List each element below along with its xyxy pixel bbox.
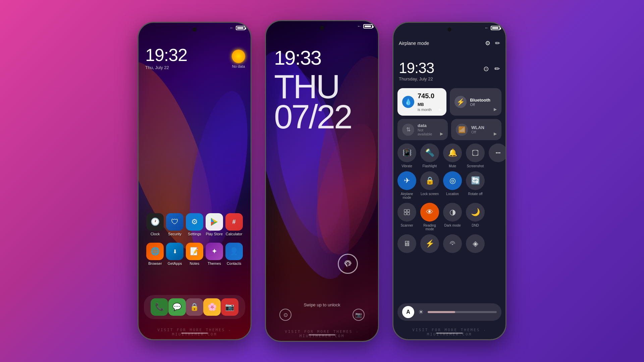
reading-circle: 👁 [420,203,439,222]
clock-time: 19:32 [145,46,187,64]
data-subtitle: Not available [418,128,437,136]
toggle-boost[interactable]: ⚡ [420,234,439,255]
lock-bottom-icons: ⊙ 📷 [266,309,378,321]
app-contacts[interactable]: 👤 Contacts [224,243,244,265]
brightness-track[interactable] [428,311,497,313]
toggle-location[interactable]: ◎ Location [443,171,462,199]
getapps-label: GetApps [168,261,182,265]
bt-tile-arrow: ▶ [494,107,497,112]
dock-gallery[interactable]: 🌸 [203,298,221,316]
dock-phone[interactable]: 📞 [151,298,168,316]
toggle-reading[interactable]: 👁 Reading mode [420,203,439,231]
toggle-extra[interactable]: ••• [489,143,506,168]
contacts-icon: 👤 [225,243,243,260]
calculator-icon: # [225,213,243,231]
swipe-hint-text: Swipe up to unlock [304,302,340,307]
lock-home-icon[interactable]: ⊙ [279,309,291,321]
toggle-scanner[interactable]: Scanner [397,203,416,231]
toggle-hotspot[interactable]: ◈ [466,234,485,255]
scanner-label: Scanner [400,224,413,227]
toggle-lockscreen[interactable]: 🔒 Lock screen [420,171,439,199]
app-row-1: 🕐 Clock 🛡 Security ⚙ Settings [145,213,244,236]
toggle-row-2: ✈ Airplane mode 🔒 Lock screen ◎ Location… [397,171,501,199]
toggle-nfc[interactable] [443,234,462,255]
control-time-value: 19:33 [399,60,434,76]
security-label: Security [168,232,181,236]
contacts-label: Contacts [227,261,241,265]
location-label: Location [446,192,459,196]
app-row-2: 🌐 Browser ⬇ GetApps 📝 Notes ✦ Themes 👤 C… [145,243,244,265]
flashlight-circle: 🔦 [420,143,439,162]
settings-header-icon[interactable]: ⚙ [485,40,490,47]
water-tile-text: 745.0 MB is month [418,92,435,112]
vibrate-label: Vibrate [401,164,412,168]
lock-day: THU [274,71,351,102]
app-playstore[interactable]: Play Store [204,213,224,236]
toggle-screenshot[interactable]: Screenshot [466,143,485,168]
bluetooth-tile[interactable]: ⚡ Bluetooth Off ▶ [450,88,501,116]
swipe-hint: Swipe up to unlock [266,302,378,307]
data-tile[interactable]: ⇅ data Not available ▶ [397,119,448,140]
control-top-right-icons: ⊙ ✏ [483,65,500,73]
cast-circle: 🖥 [397,234,416,253]
home-bar [181,333,208,334]
auto-brightness-btn[interactable]: A [402,306,414,318]
control-tiles: 💧 745.0 MB is month ▶ ⚡ Bluetooth Off ▶ [397,88,501,258]
home-bar-3 [436,333,463,334]
dock-messages[interactable]: 💬 [168,298,186,316]
toggle-vibrate[interactable]: 📳 Vibrate [397,143,416,168]
getapps-icon: ⬇ [166,243,183,260]
rotate-circle: 🔄 [466,171,485,190]
app-getapps[interactable]: ⬇ GetApps [165,243,185,265]
toggle-rotate[interactable]: 🔄 Rotate off [466,171,485,199]
battery-icon-3 [491,26,500,30]
calculator-label: Calculator [226,232,243,236]
edit-header-icon[interactable]: ✏ [495,40,500,47]
toggle-row-4: 🖥 ⚡ ◈ [397,234,501,255]
mute-circle: 🔔 [443,143,462,162]
dnd-circle: 🌙 [466,203,485,222]
scanner-circle [397,203,416,222]
edit-icon[interactable]: ✏ [494,65,500,73]
app-security[interactable]: 🛡 Security [165,213,185,236]
toggle-dnd[interactable]: 🌙 DND [466,203,485,231]
lockscreen-label: Lock screen [421,192,439,196]
battery-icon-2 [363,24,373,28]
data-tile-text: data Not available [418,123,437,136]
phone-1: ← 19:32 Thu, July 22 No data 🕐 Clock 🛡 S… [138,22,252,340]
tile-row-2: ⇅ data Not available ▶ 📶 WLAN Off ▶ [397,119,501,140]
lock-camera-icon[interactable]: 📷 [353,309,365,321]
app-themes[interactable]: ✦ Themes [204,243,224,265]
wlan-tile[interactable]: 📶 WLAN Off ▶ [451,119,501,140]
app-clock[interactable]: 🕐 Clock [145,213,165,236]
app-browser[interactable]: 🌐 Browser [145,243,165,265]
fingerprint-area[interactable] [338,254,358,274]
signal-icon-3: ← [485,25,489,30]
toggle-cast[interactable]: 🖥 [397,234,416,255]
toggle-mute[interactable]: 🔔 Mute [443,143,462,168]
toggle-airplane[interactable]: ✈ Airplane mode [397,171,416,199]
data-icon: ⇅ [402,124,414,136]
airplane-mode-label: Airplane mode [399,41,429,46]
dock-files[interactable]: 🔒 [186,298,203,316]
rotate-label: Rotate off [468,192,482,196]
camera-notch [193,27,197,32]
dock-gallery-icon: 🌸 [203,298,221,316]
dock-camera[interactable]: 📷 [221,298,238,316]
app-calculator[interactable]: # Calculator [224,213,244,236]
themes-icon: ✦ [206,243,223,260]
notes-icon: 📝 [186,243,203,260]
app-notes[interactable]: 📝 Notes [185,243,205,265]
timer-icon[interactable]: ⊙ [483,65,489,73]
notes-label: Notes [190,261,200,265]
app-settings[interactable]: ⚙ Settings [185,213,205,236]
signal-icon-2: ← [357,24,361,28]
toggle-flashlight[interactable]: 🔦 Flashlight [420,143,439,168]
phone-2: ← 19:33 THU 07/22 Swipe up to unlock ⊙ 📷… [265,20,379,342]
water-icon: 💧 [402,96,414,108]
water-tile[interactable]: 💧 745.0 MB is month ▶ [397,88,446,116]
settings-label: Settings [188,232,201,236]
toggle-darkmode[interactable]: ◑ Dark mode [443,203,462,231]
reading-label: Reading mode [420,224,439,231]
screenshot-label: Screenshot [467,164,484,168]
